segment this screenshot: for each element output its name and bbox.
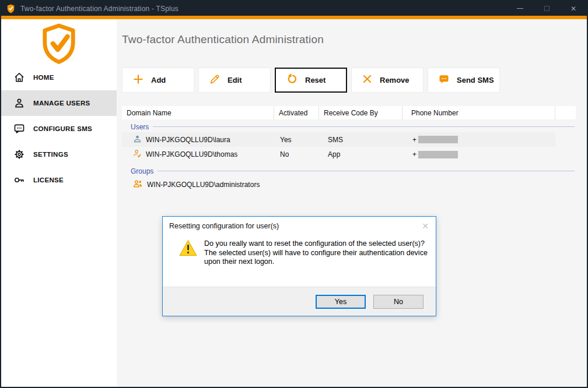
remove-button[interactable]: Remove [351,68,424,93]
row-activated: No [274,147,319,162]
yes-button[interactable]: Yes [316,295,366,309]
x-icon [362,73,373,87]
toolbar-button-label: Send SMS [457,76,494,84]
dialog-message: Do you really want to reset the configur… [204,239,428,267]
dialog-title: Resetting configuration for user(s) [169,222,279,230]
phone-redaction-block [418,136,458,143]
sidebar-item-settings[interactable]: SETTINGS [1,142,117,167]
sidebar-item-label: SETTINGS [33,151,68,158]
app-shield-icon [6,4,15,13]
user-check-icon [133,149,142,160]
column-header-receive-code-by[interactable]: Receive Code By [319,106,402,119]
sidebar-item-label: HOME [33,74,54,81]
toolbar-button-label: Remove [380,76,410,84]
maximize-icon [544,6,550,11]
app-window: Two-factor Authentication Administration… [0,0,588,388]
minimize-icon [517,8,523,9]
sidebar: HOME MANAGE USERS CONF [1,19,117,387]
column-header-extra[interactable] [555,106,576,119]
user-icon [13,97,25,109]
dialog-message-line: upon their next logon. [204,258,428,267]
sidebar-item-label: MANAGE USERS [33,100,90,107]
group-divider-line [158,171,575,171]
sidebar-item-license[interactable]: LICENSE [1,167,117,193]
row-phone-prefix: + [412,150,416,158]
column-header-domain-name[interactable]: Domain Name [122,106,274,119]
column-header-phone-number[interactable]: Phone Number [402,106,555,119]
dialog-close-icon[interactable]: ✕ [422,222,429,230]
maximize-button[interactable] [533,1,560,16]
reset-confirmation-dialog: Resetting configuration for user(s) ✕ Do… [162,216,436,316]
toolbar-button-label: Add [151,76,166,84]
table-row-laura[interactable]: WIN-PJKGOQLLU9D\laura Yes SMS + [122,132,555,147]
shield-logo-icon [41,23,77,64]
sidebar-item-home[interactable]: HOME [1,65,117,90]
add-button[interactable]: Add [122,68,194,93]
user-group-icon [133,179,143,190]
users-table: Domain Name Activated Receive Code By Ph… [122,106,576,192]
row-domain: WIN-PJKGOQLLU9D\administrators [147,181,260,189]
sidebar-item-label: LICENSE [33,177,64,184]
row-activated [274,177,319,192]
group-divider-line [153,126,575,127]
sms-bubble-icon [438,73,450,87]
reset-button[interactable]: Reset [275,68,347,93]
table-row-thomas[interactable]: WIN-PJKGOQLLU9D\thomas No App + [122,147,555,162]
plus-icon [132,73,144,87]
reset-arrow-icon [286,73,298,87]
main-content: Two-factor Authentication Administration… [117,19,587,387]
home-icon [13,72,25,83]
user-solid-icon [133,135,142,145]
sidebar-item-label: CONFIGURE SMS [33,125,92,132]
group-name: Groups [131,167,153,175]
pencil-icon [209,73,220,87]
toolbar-button-label: Reset [305,76,326,84]
edit-button[interactable]: Edit [198,68,271,93]
window-title: Two-factor Authentication Administration… [20,5,178,13]
close-icon: ✕ [570,5,576,12]
row-phone-prefix [402,177,555,192]
group-name: Users [131,123,149,131]
dialog-message-line: The selected user(s) will have to config… [204,249,428,258]
sidebar-item-configure-sms[interactable]: CONFIGURE SMS [1,116,117,142]
sidebar-item-manage-users[interactable]: MANAGE USERS [1,90,117,116]
minimize-button[interactable] [506,1,533,16]
app-logo [1,19,117,65]
sms-bubble-icon [13,123,25,135]
row-receive-code-by: SMS [319,132,402,147]
row-domain: WIN-PJKGOQLLU9D\laura [146,136,230,144]
no-button[interactable]: No [373,295,424,309]
table-header: Domain Name Activated Receive Code By Ph… [122,106,576,119]
dialog-footer: Yes No [163,287,436,316]
column-header-activated[interactable]: Activated [274,106,319,119]
toolbar-button-label: Edit [228,76,242,84]
titlebar: Two-factor Authentication Administration… [1,1,587,16]
gear-icon [13,149,25,160]
row-activated: Yes [274,132,319,147]
phone-redaction-block [418,151,458,158]
row-domain: WIN-PJKGOQLLU9D\thomas [146,150,237,158]
row-receive-code-by [319,177,402,192]
dialog-message-line: Do you really want to reset the configur… [204,239,428,249]
toolbar: Add Edit [122,68,500,93]
warning-triangle-icon [179,239,197,267]
row-phone-prefix: + [412,136,416,144]
close-button[interactable]: ✕ [560,1,587,16]
group-header-users: Users [122,122,576,131]
page-title: Two-factor Authentication Administration [122,33,324,46]
send-sms-button[interactable]: Send SMS [428,68,500,93]
group-header-groups: Groups [122,167,576,175]
row-receive-code-by: App [319,147,402,162]
table-row-administrators[interactable]: WIN-PJKGOQLLU9D\administrators [122,177,555,192]
key-icon [13,174,25,186]
